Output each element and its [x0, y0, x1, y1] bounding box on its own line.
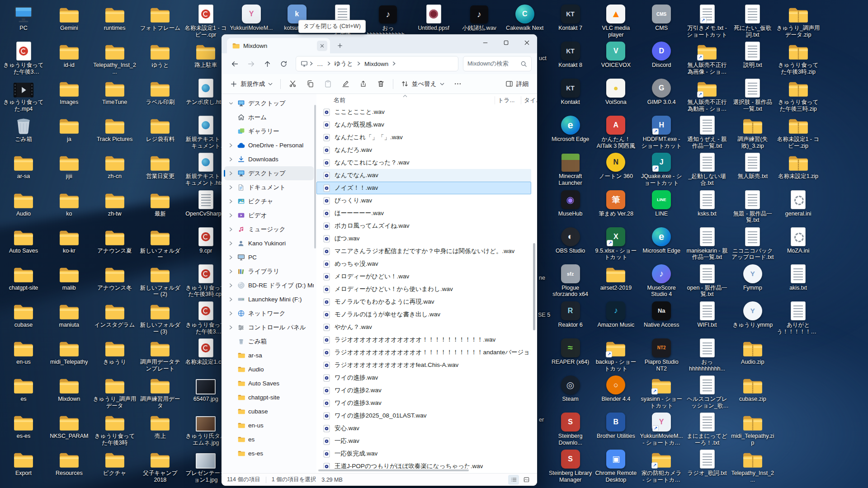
up-button[interactable]: [259, 56, 275, 71]
desktop-icon[interactable]: KTKontakt 8: [548, 40, 593, 76]
desktop-icon[interactable]: CMSCMS: [639, 3, 684, 39]
tab-mixdown[interactable]: Mixdown: [227, 38, 330, 53]
sidebar-item-cubase[interactable]: cubase: [224, 404, 314, 418]
chevron-right-icon[interactable]: [229, 199, 233, 204]
desktop-icon[interactable]: Untitled.ppsf: [411, 3, 456, 39]
tab-close-button[interactable]: [317, 41, 327, 51]
desktop-icon[interactable]: RReaktor 6: [548, 300, 593, 336]
desktop-icon[interactable]: X↗9.5.xlsx - ショートカット: [593, 225, 638, 262]
desktop-icon[interactable]: 筆筆まめ Ver.28: [593, 188, 638, 225]
desktop-icon[interactable]: 選択肢 - 親作品一覧.txt: [730, 77, 775, 113]
desktop-icon[interactable]: sfzPlogue sforzando x64: [548, 263, 593, 299]
sidebar-item-en-us[interactable]: en-us: [224, 418, 314, 432]
chevron-right-icon[interactable]: [229, 157, 233, 162]
desktop-icon[interactable]: Auto Saves: [1, 225, 46, 262]
address-bar[interactable]: … ゆうと Mixdown: [296, 56, 458, 71]
desktop-icon[interactable]: ↗無人販売不正行為動画 - ショートカット: [684, 77, 730, 113]
desktop-icon[interactable]: ↗無人販売不正行為画像 - ショートカッ...: [684, 40, 730, 76]
breadcrumb-overflow[interactable]: …: [315, 59, 326, 69]
chevron-right-icon[interactable]: [229, 283, 233, 288]
sidebar-item--[interactable]: ビデオ: [224, 208, 314, 222]
file-row[interactable]: ラジオオオオオオオオオオオオ！！！！！！！！！！andanteバージョン.wav: [316, 346, 531, 359]
paste-button[interactable]: [320, 76, 336, 92]
new-tab-button[interactable]: [333, 39, 347, 52]
chevron-right-icon[interactable]: [229, 325, 233, 330]
file-row[interactable]: ラジオオオオオオオオオオオfeat.Chis-A.wav: [316, 359, 531, 371]
desktop-icon[interactable]: LINELINE: [639, 188, 684, 225]
chevron-down-icon[interactable]: [229, 102, 233, 105]
sidebar-item-kano-yukinori[interactable]: Kano Yukinori: [224, 236, 314, 250]
desktop-icon[interactable]: es-es: [1, 411, 46, 447]
desktop-icon[interactable]: GGIMP 3.0.4: [639, 77, 684, 113]
desktop-icon[interactable]: 死にたい_仮歌詞.txt: [730, 3, 775, 39]
desktop-icon[interactable]: 売上: [137, 411, 183, 447]
sidebar-item--[interactable]: ネットワーク: [224, 306, 314, 320]
desktop-icon[interactable]: ヘルスコンプレッション_歌詞.txt: [684, 374, 730, 410]
desktop-icon[interactable]: ♪おっhhhhhhhhhhhh...: [365, 3, 410, 39]
desktop-icon[interactable]: ♪Amazon Music: [593, 300, 638, 336]
desktop-icon[interactable]: 新しいフォルダー (2): [137, 263, 183, 299]
desktop-icon[interactable]: ◎Steam: [548, 374, 593, 410]
desktop-icon[interactable]: ja: [47, 114, 92, 150]
desktop-icon[interactable]: ko-kr: [47, 225, 92, 262]
desktop-icon[interactable]: きゅうり食ってた午後3時.zip: [776, 40, 821, 76]
delete-button[interactable]: [373, 76, 389, 92]
sidebar-item-bd-re-d-mrpc2-[interactable]: BD-RE ドライブ (D:) MrPC2...: [224, 278, 314, 292]
desktop-icon[interactable]: ゆうと: [137, 40, 183, 76]
file-row[interactable]: ワイの進捗3.wav: [316, 397, 531, 409]
desktop-icon[interactable]: ニコニコバックアップロード.txt: [730, 225, 775, 262]
file-row[interactable]: なんでなん.wav: [316, 169, 531, 182]
file-row[interactable]: なんか既視感.wav: [316, 118, 531, 131]
sidebar-item-chatgpt-site[interactable]: chatgpt-site: [224, 390, 314, 404]
desktop-icon[interactable]: Track Pictures: [92, 114, 137, 150]
desktop-icon[interactable]: Aかんたん！AITalk 3 関西風: [593, 114, 638, 150]
chevron-right-icon[interactable]: [229, 255, 233, 260]
desktop-icon[interactable]: ピクチャ: [92, 448, 137, 484]
chevron-right-icon[interactable]: [229, 311, 233, 316]
desktop-icon[interactable]: ●VoiSona: [593, 77, 638, 113]
desktop-icon[interactable]: PC: [1, 3, 46, 39]
desktop-icon[interactable]: ksks.txt: [684, 188, 730, 225]
desktop-icon[interactable]: ○Blender 4.4: [593, 374, 638, 410]
column-header-name[interactable]: 名前: [316, 96, 495, 104]
desktop-icon[interactable]: H↗HDDFMT.exe - ショートカット: [639, 114, 684, 150]
chevron-right-icon[interactable]: [229, 269, 233, 274]
desktop-icon[interactable]: SSteinberg Downlo...: [548, 411, 593, 447]
sidebar-item--[interactable]: ドキュメント: [224, 180, 314, 194]
desktop-icon[interactable]: midi_Telepathy: [47, 337, 92, 373]
sidebar-item-ar-sa[interactable]: ar-sa: [224, 348, 314, 362]
desktop-icon[interactable]: インスタグラム: [92, 300, 137, 336]
chevron-right-icon[interactable]: [229, 297, 233, 302]
sidebar-item--[interactable]: ホーム: [224, 110, 314, 124]
desktop-icon[interactable]: アナウンス夏: [92, 225, 137, 262]
sidebar-item--[interactable]: ギャラリー: [224, 124, 314, 138]
desktop-icon[interactable]: Images: [47, 77, 92, 113]
file-row[interactable]: ぼつ.wav: [316, 232, 531, 245]
sidebar-item--[interactable]: ライブラリ: [224, 264, 314, 278]
desktop-icon[interactable]: 営業日変更: [137, 151, 183, 187]
desktop-icon[interactable]: きゅうり食ってた午後3時: [92, 411, 137, 447]
desktop-icon[interactable]: 名称未設定1 - コピー.cpr: [183, 3, 228, 39]
thumbnail-view-button[interactable]: [521, 475, 532, 485]
sidebar-item-es-es[interactable]: es-es: [224, 446, 314, 460]
desktop-icon[interactable]: 説明.txt: [730, 40, 775, 76]
desktop-icon[interactable]: eMicrosoft Edge: [639, 225, 684, 262]
sidebar-item-pc[interactable]: PC: [224, 250, 314, 264]
desktop-icon[interactable]: 調声練習(失敗)_3.zip: [730, 114, 775, 150]
desktop-icon[interactable]: Audio: [1, 188, 46, 225]
desktop-icon[interactable]: きゅうり食ってた.mp4: [1, 77, 46, 113]
more-options-button[interactable]: [449, 76, 466, 92]
desktop-icon[interactable]: NT2Piapro Studio NT2: [639, 337, 684, 373]
column-header-track[interactable]: トラ...: [495, 96, 521, 104]
desktop-icon[interactable]: 最新: [137, 188, 183, 225]
rename-button[interactable]: [337, 76, 354, 92]
sidebar-scrollbar[interactable]: [314, 105, 316, 249]
sidebar-item-es[interactable]: es: [224, 432, 314, 446]
desktop-icon[interactable]: ↗家の防犯カメラ - ショートカット: [639, 448, 684, 484]
desktop-icon[interactable]: ▣Chrome Remote Desktop: [593, 448, 638, 484]
file-row[interactable]: なんだろ.wav: [316, 144, 531, 156]
sidebar-item-auto-saves[interactable]: Auto Saves: [224, 376, 314, 390]
cut-button[interactable]: [284, 76, 301, 92]
chevron-right-icon[interactable]: [229, 171, 233, 176]
file-row[interactable]: なんでこれになった？.wav: [316, 156, 531, 169]
